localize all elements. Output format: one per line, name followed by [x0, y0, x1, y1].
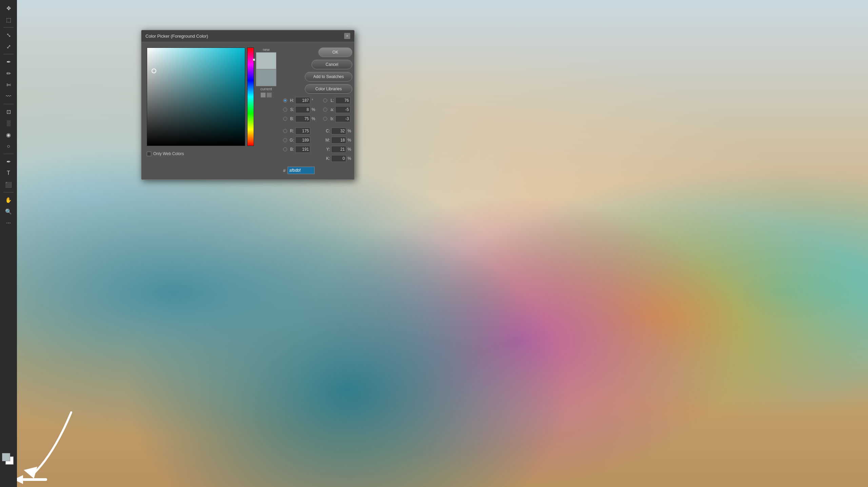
- r-radio[interactable]: [283, 129, 287, 133]
- preview-icons: [260, 92, 272, 98]
- dialog-overlay: Color Picker (Foreground Color) ×: [0, 0, 868, 487]
- cancel-button[interactable]: Cancel: [312, 60, 352, 69]
- brightness-gradient: [147, 48, 245, 146]
- b2-input-row: b:: [323, 115, 352, 123]
- h-input[interactable]: [295, 97, 310, 104]
- a-input-row: a:: [323, 106, 352, 114]
- color-picker-dialog: Color Picker (Foreground Color) ×: [141, 30, 355, 180]
- b2-radio[interactable]: [323, 117, 327, 121]
- y-unit: %: [348, 147, 352, 152]
- g-input-row: G:: [283, 136, 316, 144]
- s-label: S:: [289, 107, 294, 112]
- l-input[interactable]: [335, 97, 350, 104]
- current-color-label: current: [260, 87, 272, 91]
- a-radio[interactable]: [323, 108, 327, 112]
- color-field-container: [147, 48, 245, 146]
- add-to-swatches-button[interactable]: Add to Swatches: [305, 72, 352, 81]
- dialog-body: new current: [141, 42, 354, 180]
- left-inputs: H: ° S: %: [283, 96, 316, 163]
- blue-label: B:: [289, 147, 294, 152]
- color-picker-left: new current: [147, 48, 276, 174]
- k-input[interactable]: [331, 155, 346, 162]
- r-label: R:: [289, 129, 294, 133]
- s-input[interactable]: [295, 106, 310, 113]
- m-label: M:: [323, 138, 330, 143]
- s-input-row: S: %: [283, 106, 316, 114]
- c-unit: %: [348, 129, 352, 133]
- b2-input[interactable]: [335, 115, 350, 122]
- hex-hash: #: [283, 168, 285, 173]
- l-radio[interactable]: [323, 98, 327, 102]
- c-label: C:: [323, 129, 330, 133]
- dialog-title: Color Picker (Foreground Color): [145, 34, 208, 39]
- input-separator: [283, 124, 316, 126]
- b-input-row: B: %: [283, 115, 316, 123]
- new-color-label: new: [263, 48, 270, 52]
- input-separator-2: [323, 124, 352, 126]
- gamut-warning-icon[interactable]: [260, 92, 266, 98]
- y-label: Y:: [323, 147, 330, 152]
- blue-input-row: B:: [283, 145, 316, 153]
- l-input-row: L:: [323, 96, 352, 105]
- h-label: H:: [289, 98, 294, 103]
- b-label: B:: [289, 116, 294, 121]
- k-unit: %: [348, 156, 352, 161]
- k-input-row: K: %: [323, 154, 352, 163]
- ok-button[interactable]: OK: [318, 48, 352, 57]
- g-input[interactable]: [295, 137, 310, 144]
- blue-input[interactable]: [295, 146, 310, 153]
- k-label: K:: [323, 156, 330, 161]
- y-input[interactable]: [331, 146, 346, 153]
- web-colors-row: Only Web Colors: [147, 151, 276, 156]
- dialog-close-button[interactable]: ×: [344, 33, 350, 39]
- only-web-colors-checkbox[interactable]: [147, 152, 151, 156]
- current-color-preview[interactable]: [256, 69, 276, 86]
- m-input-row: M: %: [323, 136, 352, 144]
- s-radio[interactable]: [283, 108, 287, 112]
- r-input[interactable]: [295, 128, 310, 134]
- b-unit: %: [312, 116, 316, 121]
- right-inputs: L: a: b:: [323, 96, 352, 163]
- only-web-colors-label: Only Web Colors: [153, 151, 184, 156]
- b2-label: b:: [329, 116, 334, 121]
- m-unit: %: [348, 138, 352, 143]
- r-input-row: R:: [283, 127, 316, 135]
- hue-slider-container: [247, 48, 254, 146]
- hex-row: #: [283, 167, 352, 174]
- y-input-row: Y: %: [323, 145, 352, 153]
- web-safe-icon[interactable]: [267, 92, 272, 98]
- a-label: a:: [329, 107, 334, 112]
- l-label: L:: [329, 98, 334, 103]
- dialog-titlebar: Color Picker (Foreground Color) ×: [141, 30, 354, 42]
- color-picker-right: OK Cancel Add to Swatches Color Librarie…: [280, 48, 352, 174]
- blue-radio[interactable]: [283, 147, 287, 151]
- color-saturation-field[interactable]: [147, 48, 245, 146]
- hex-input[interactable]: [288, 167, 315, 174]
- g-radio[interactable]: [283, 138, 287, 142]
- a-input[interactable]: [335, 106, 350, 113]
- color-preview-section: new current: [256, 48, 276, 98]
- color-preview-stack: [256, 52, 276, 86]
- buttons-row: OK Cancel Add to Swatches Color Librarie…: [283, 48, 352, 94]
- color-libraries-button[interactable]: Color Libraries: [305, 84, 352, 94]
- inputs-container: H: ° S: %: [283, 96, 352, 163]
- h-unit: °: [312, 98, 316, 103]
- c-input-row: C: %: [323, 127, 352, 135]
- new-color-preview[interactable]: [256, 52, 276, 69]
- c-input[interactable]: [331, 128, 346, 134]
- b-radio[interactable]: [283, 117, 287, 121]
- g-label: G:: [289, 138, 294, 143]
- m-input[interactable]: [331, 137, 346, 144]
- h-radio[interactable]: [283, 98, 287, 102]
- h-input-row: H: °: [283, 96, 316, 105]
- b-input[interactable]: [295, 115, 310, 122]
- hue-slider[interactable]: [247, 48, 254, 146]
- s-unit: %: [312, 107, 316, 112]
